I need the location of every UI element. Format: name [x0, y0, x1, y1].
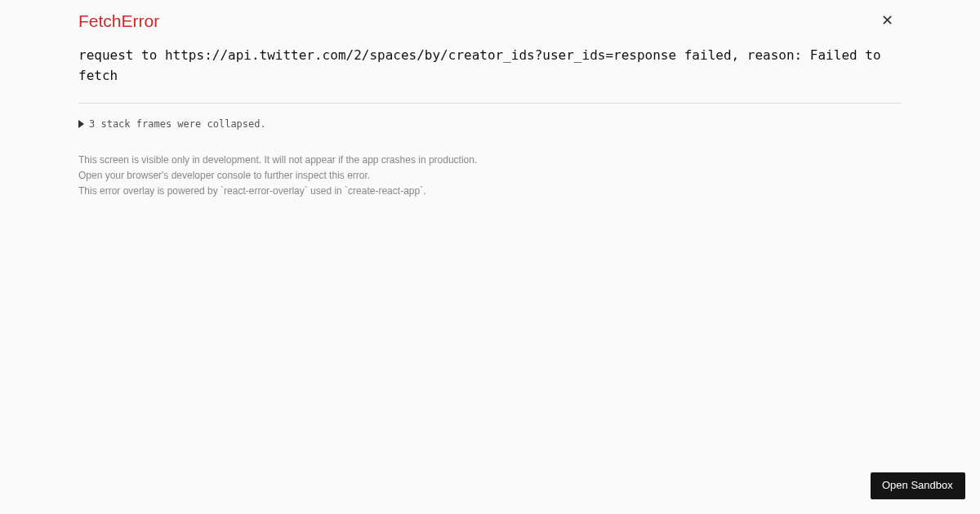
footer-text: This screen is visible only in developme…: [78, 153, 902, 198]
close-icon: ✕: [881, 12, 893, 29]
error-overlay: ✕ FetchError request to https://api.twit…: [0, 0, 980, 514]
stack-frames-label: 3 stack frames were collapsed.: [89, 118, 266, 130]
triangle-right-icon: [78, 120, 84, 128]
stack-frames-toggle[interactable]: 3 stack frames were collapsed.: [78, 118, 902, 130]
footer-line-3: This error overlay is powered by `react-…: [78, 184, 902, 198]
divider: [78, 103, 902, 104]
footer-line-2: Open your browser's developer console to…: [78, 168, 902, 183]
error-title: FetchError: [78, 11, 902, 31]
footer-line-1: This screen is visible only in developme…: [78, 153, 902, 167]
close-button[interactable]: ✕: [881, 13, 893, 28]
error-message: request to https://api.twitter.com/2/spa…: [78, 46, 902, 86]
open-sandbox-button[interactable]: Open Sandbox: [871, 472, 965, 499]
